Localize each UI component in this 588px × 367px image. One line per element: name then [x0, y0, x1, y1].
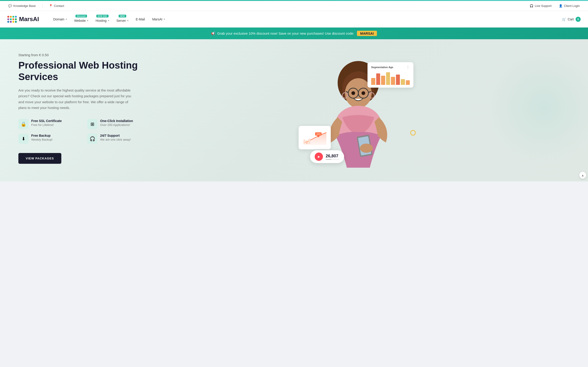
chevron-down-icon: ▾	[127, 19, 128, 22]
live-support-link[interactable]: 🎧 Live Support	[529, 4, 552, 8]
logo-dot	[12, 21, 14, 23]
new-badge: NEW	[119, 15, 126, 17]
logo[interactable]: MarsAI	[7, 16, 39, 23]
chevron-down-icon: ▾	[108, 19, 109, 22]
support-subtitle: We are one click away!	[100, 138, 131, 141]
bar-chart-bar	[401, 79, 405, 85]
client-login-label: Client Login	[564, 4, 580, 8]
promo-text: Grab your exclusive 10% discount now! Sa…	[217, 31, 354, 35]
cart-icon: 🛒	[562, 17, 566, 21]
ssl-title: Free SSL Certificate	[31, 119, 62, 123]
views-info: 26,807	[326, 154, 339, 160]
hero-section: Starting from € 0.50 Professional Web Ho…	[0, 39, 588, 181]
logo-dot	[15, 18, 17, 20]
download-icon: ⬇	[22, 136, 26, 142]
nav-website-label: Website	[74, 19, 86, 23]
nav-domain-label: Domain	[53, 17, 64, 21]
contact-link[interactable]: 📍 Contact	[48, 4, 65, 8]
live-support-label: Live Support	[535, 4, 552, 8]
top-bar-left: 💬 Knowledge Base 📍 Contact	[7, 4, 523, 8]
support-title: 24/7 Support	[100, 134, 131, 137]
backup-text: Free Backup Weekly Backup!	[31, 134, 52, 141]
top-bar: 💬 Knowledge Base 📍 Contact 🎧 Live Suppor…	[0, 1, 588, 11]
feature-one-click: ⊞ One-Click Installation Over 200 Applic…	[87, 119, 147, 129]
cart-count: 0	[576, 17, 581, 22]
card-menu-icon: ⋮	[406, 65, 410, 69]
ssl-subtitle: Free for Lifetime!	[31, 123, 62, 127]
views-bar-fill	[326, 159, 331, 160]
one-click-icon-box: ⊞	[87, 119, 97, 129]
bar-chart-bar	[381, 76, 385, 85]
backup-title: Free Backup	[31, 134, 52, 137]
nav-item-marsai[interactable]: MarsAI ▾	[149, 16, 168, 23]
bar-chart-bar	[371, 78, 375, 85]
nav-item-email[interactable]: E-Mail	[132, 16, 148, 23]
bar-chart-bar	[406, 80, 410, 85]
views-progress-bar	[326, 159, 339, 160]
nav-item-hosting[interactable]: NVM SSD Hosting ▾	[92, 14, 112, 24]
segmentation-card: Segmentation Age ⋮	[367, 62, 414, 88]
hero-title: Professional Web Hosting Services	[18, 60, 147, 83]
headset-icon: 🎧	[530, 4, 533, 8]
nav-item-website[interactable]: Discount Website ▾	[71, 14, 91, 24]
promo-banner: 📢 Grab your exclusive 10% discount now! …	[0, 27, 588, 39]
knowledge-base-label: Knowledge Base	[13, 4, 36, 8]
cart-label: Cart	[568, 17, 574, 21]
support-icon-box: 🎧	[87, 134, 97, 144]
views-card: ▶ 26,807	[310, 150, 344, 163]
svg-rect-20	[303, 140, 305, 144]
nav-items: Domain ▾ Discount Website ▾ NVM SSD Host…	[50, 14, 562, 24]
feature-backup: ⬇ Free Backup Weekly Backup!	[18, 134, 78, 144]
yellow-circle-decoration	[410, 130, 416, 135]
knowledge-base-link[interactable]: 💬 Knowledge Base	[7, 4, 37, 8]
client-login-link[interactable]: 👤 Client Login	[558, 4, 581, 8]
feature-support: 🎧 24/7 Support We are one click away!	[87, 134, 147, 144]
lock-icon: 🔒	[21, 121, 26, 127]
bar-chart-bar	[396, 75, 400, 85]
logo-dot	[12, 18, 14, 20]
features-grid: 🔒 Free SSL Certificate Free for Lifetime…	[18, 119, 147, 144]
logo-dot	[7, 16, 9, 18]
discount-badge: Discount	[75, 15, 87, 17]
nav-item-server[interactable]: NEW Server ▾	[113, 14, 132, 24]
nav-hosting-label: Hosting	[95, 19, 106, 23]
svg-point-9	[362, 91, 365, 95]
nav-server-label: Server	[116, 19, 126, 23]
analytics-chart: +24%	[302, 129, 328, 145]
feature-ssl: 🔒 Free SSL Certificate Free for Lifetime…	[18, 119, 78, 129]
contact-label: Contact	[54, 4, 64, 8]
scroll-up-button[interactable]: ▲	[579, 172, 586, 179]
one-click-subtitle: Over 200 Applications!	[100, 123, 133, 127]
view-packages-button[interactable]: VIEW PACKAGES	[18, 153, 61, 164]
logo-dots	[7, 16, 17, 23]
support-text: 24/7 Support We are one click away!	[100, 134, 131, 141]
chevron-down-icon: ▾	[164, 18, 165, 20]
logo-dot	[15, 21, 17, 23]
ssl-icon-box: 🔒	[18, 119, 28, 129]
logo-dot	[15, 16, 17, 18]
one-click-title: One-Click Installation	[100, 119, 133, 123]
logo-dot	[7, 21, 9, 23]
hero-left: Starting from € 0.50 Professional Web Ho…	[18, 53, 147, 168]
logo-text: MarsAI	[19, 16, 39, 23]
views-count: 26,807	[326, 154, 339, 158]
cart-button[interactable]: 🛒 Cart 0	[562, 17, 581, 22]
play-button[interactable]: ▶	[315, 152, 323, 161]
megaphone-icon: 📢	[211, 31, 216, 35]
user-icon: 👤	[559, 4, 562, 8]
woman-container: Segmentation Age ⋮	[303, 53, 414, 168]
analytics-card: +24%	[299, 126, 331, 149]
bar-chart-bar	[386, 72, 390, 85]
top-bar-right: 🎧 Live Support 👤 Client Login	[529, 4, 581, 8]
nav-item-domain[interactable]: Domain ▾	[50, 16, 70, 23]
starting-price: Starting from € 0.50	[18, 53, 147, 57]
hero-description: Are you ready to receive the highest qua…	[18, 87, 133, 111]
apps-icon: ⊞	[90, 121, 95, 127]
support-icon: 🎧	[90, 136, 95, 142]
bar-chart-bar	[391, 77, 395, 85]
promo-code[interactable]: MARSAI	[357, 31, 377, 36]
one-click-text: One-Click Installation Over 200 Applicat…	[100, 119, 133, 127]
seg-card-title: Segmentation Age	[371, 66, 393, 69]
main-nav: MarsAI Domain ▾ Discount Website ▾ NVM S…	[0, 11, 588, 27]
chat-icon: 💬	[8, 4, 12, 8]
